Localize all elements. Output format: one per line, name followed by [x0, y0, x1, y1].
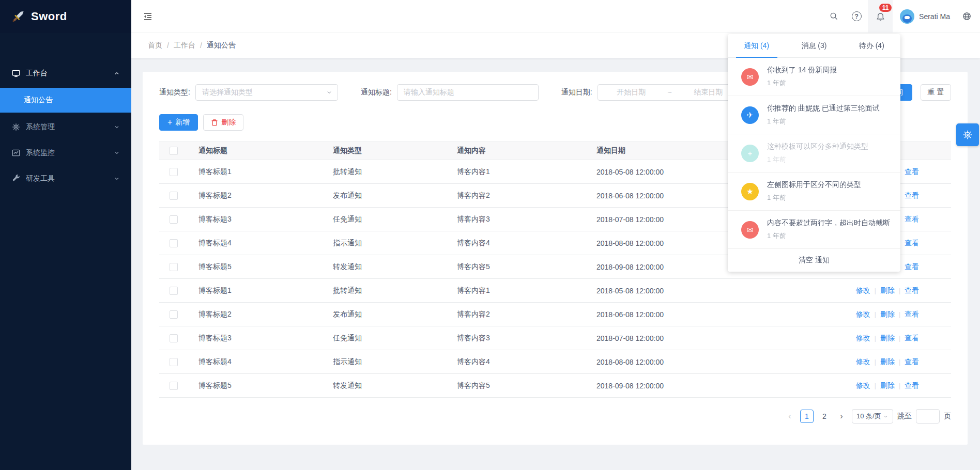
- cell-notice-content: 博客内容2: [447, 191, 586, 200]
- select-all-checkbox[interactable]: [170, 147, 178, 155]
- view-link[interactable]: 查看: [905, 357, 919, 366]
- column-header-type: 通知类型: [323, 146, 447, 155]
- notifications-button[interactable]: 11: [868, 0, 893, 33]
- page-number-2[interactable]: 2: [818, 410, 831, 423]
- reset-button[interactable]: 重 置: [921, 84, 951, 101]
- language-button[interactable]: [957, 0, 980, 33]
- theme-settings-button[interactable]: [956, 123, 979, 146]
- cell-notice-title: 博客标题4: [188, 357, 323, 367]
- page-size-value: 10 条/页: [856, 412, 881, 421]
- edit-link[interactable]: 修改: [856, 381, 870, 389]
- edit-link[interactable]: 修改: [856, 286, 870, 294]
- notice-type-label: 通知类型:: [159, 88, 190, 97]
- notification-item[interactable]: ✉ 内容不要超过两行字，超出时自动截断 1 年前: [728, 211, 900, 249]
- sidebar-item-system-monitor[interactable]: 系统监控: [0, 142, 131, 164]
- row-checkbox[interactable]: [170, 334, 178, 342]
- row-checkbox[interactable]: [170, 239, 178, 247]
- prev-page-button[interactable]: ‹: [784, 410, 796, 423]
- sidebar-item-dev-tools[interactable]: 研发工具: [0, 167, 131, 190]
- notice-type-select[interactable]: 请选择通知类型: [195, 84, 338, 101]
- cell-notice-date: 2018-05-08 12:00:00: [586, 287, 757, 295]
- cell-notice-type: 指示通知: [323, 357, 447, 367]
- view-link[interactable]: 查看: [905, 215, 919, 223]
- cell-notice-title: 博客标题2: [188, 310, 323, 319]
- delete-button[interactable]: 删除: [203, 114, 243, 131]
- tab-todos[interactable]: 待办 (4): [843, 34, 900, 57]
- cell-notice-title: 博客标题1: [188, 286, 323, 295]
- notice-date-range-picker[interactable]: 开始日期 ~ 结束日期: [598, 84, 742, 101]
- cell-notice-title: 博客标题2: [188, 191, 323, 200]
- delete-link[interactable]: 删除: [880, 286, 895, 294]
- top-header: 11 Serati Ma: [131, 0, 980, 33]
- start-date-placeholder: 开始日期: [598, 88, 665, 97]
- page-size-select[interactable]: 10 条/页: [852, 409, 893, 424]
- menu-fold-icon: [143, 11, 153, 22]
- clear-notifications-button[interactable]: 清空 通知: [728, 249, 900, 272]
- breadcrumb-home[interactable]: 首页: [148, 41, 162, 50]
- row-actions: 修改|删除|查看: [757, 334, 951, 343]
- edit-link[interactable]: 修改: [856, 357, 870, 366]
- notification-title: 这种模板可以区分多种通知类型: [767, 142, 868, 151]
- add-button[interactable]: 新增: [159, 114, 198, 131]
- delete-link[interactable]: 删除: [880, 310, 895, 318]
- notification-body: 左侧图标用于区分不同的类型 1 年前: [767, 180, 861, 202]
- notification-count-badge: 11: [879, 3, 892, 12]
- sidebar-item-system-mgmt[interactable]: 系统管理: [0, 116, 131, 138]
- notification-item[interactable]: ✈ 你推荐的 曲妮妮 已通过第三轮面试 1 年前: [728, 96, 900, 134]
- app-logo[interactable]: Sword: [0, 0, 131, 33]
- row-checkbox[interactable]: [170, 192, 178, 200]
- table-row: 博客标题5 转发通知 博客内容5 2018-09-08 12:00:00 修改|…: [159, 374, 951, 398]
- view-link[interactable]: 查看: [905, 286, 919, 294]
- sidebar-collapse-button[interactable]: [131, 0, 164, 33]
- jump-page-input[interactable]: [916, 409, 940, 424]
- action-separator: |: [875, 358, 876, 366]
- user-menu[interactable]: Serati Ma: [893, 0, 957, 33]
- sidebar-item-notice[interactable]: 通知公告: [0, 88, 131, 113]
- row-checkbox[interactable]: [170, 215, 178, 224]
- row-actions: 修改|删除|查看: [757, 381, 951, 390]
- notification-body: 这种模板可以区分多种通知类型 1 年前: [767, 142, 868, 164]
- view-link[interactable]: 查看: [905, 310, 919, 318]
- row-checkbox[interactable]: [170, 310, 178, 319]
- help-button[interactable]: [845, 0, 868, 33]
- view-link[interactable]: 查看: [905, 167, 919, 176]
- view-link[interactable]: 查看: [905, 239, 919, 247]
- breadcrumb-workbench[interactable]: 工作台: [174, 41, 195, 50]
- chart-icon: [11, 148, 21, 158]
- notification-type-icon: ✉: [741, 68, 759, 86]
- notification-dropdown: 通知 (4) 消息 (3) 待办 (4) ✉ 你收到了 14 份新周报 1 年前…: [728, 34, 900, 272]
- edit-link[interactable]: 修改: [856, 310, 870, 318]
- notice-date-label: 通知日期:: [561, 88, 592, 97]
- delete-link[interactable]: 删除: [880, 334, 895, 342]
- cell-notice-type: 批转通知: [323, 167, 447, 177]
- input-placeholder: 请输入通知标题: [404, 88, 454, 97]
- row-checkbox[interactable]: [170, 263, 178, 271]
- page-number-1[interactable]: 1: [800, 410, 814, 423]
- notice-title-input[interactable]: 请输入通知标题: [397, 84, 539, 101]
- row-checkbox[interactable]: [170, 168, 178, 176]
- tab-messages[interactable]: 消息 (3): [785, 34, 843, 57]
- notification-item[interactable]: ★ 左侧图标用于区分不同的类型 1 年前: [728, 173, 900, 211]
- sidebar-item-workbench[interactable]: 工作台: [0, 62, 131, 85]
- next-page-button[interactable]: ›: [835, 410, 848, 423]
- bell-icon: [876, 11, 885, 21]
- row-checkbox[interactable]: [170, 358, 178, 366]
- view-link[interactable]: 查看: [905, 262, 919, 271]
- edit-link[interactable]: 修改: [856, 334, 870, 342]
- search-button[interactable]: [822, 0, 845, 33]
- tab-notifications[interactable]: 通知 (4): [728, 34, 785, 57]
- pagination: ‹ 1 2 › 10 条/页 跳至 页: [159, 409, 951, 424]
- view-link[interactable]: 查看: [905, 334, 919, 342]
- row-checkbox[interactable]: [170, 287, 178, 295]
- notification-time: 1 年前: [767, 231, 890, 241]
- view-link[interactable]: 查看: [905, 191, 919, 199]
- delete-link[interactable]: 删除: [880, 357, 895, 366]
- row-actions: 修改|删除|查看: [757, 286, 951, 295]
- notification-item[interactable]: + 这种模板可以区分多种通知类型 1 年前: [728, 134, 900, 173]
- view-link[interactable]: 查看: [905, 381, 919, 389]
- monitor-icon: [11, 69, 21, 78]
- gear-icon: [11, 122, 21, 132]
- row-checkbox[interactable]: [170, 382, 178, 390]
- notification-item[interactable]: ✉ 你收到了 14 份新周报 1 年前: [728, 58, 900, 96]
- delete-link[interactable]: 删除: [880, 381, 895, 389]
